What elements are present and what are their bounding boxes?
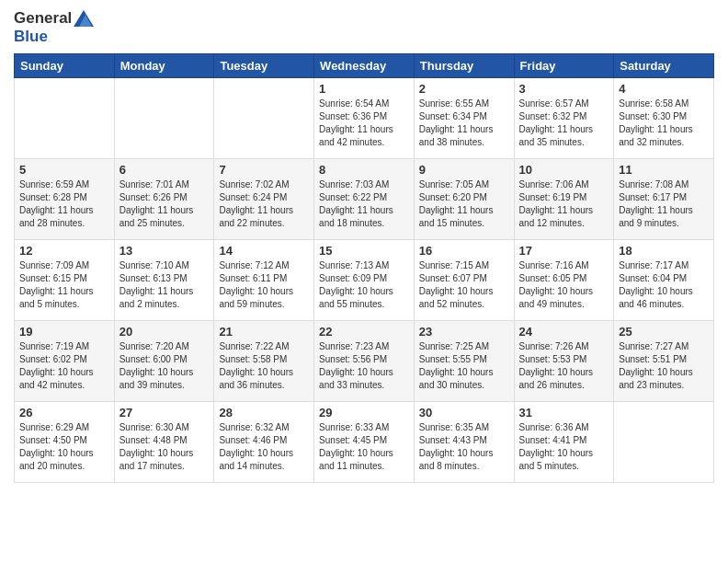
calendar-cell: 28Sunrise: 6:32 AM Sunset: 4:46 PM Dayli…: [214, 402, 314, 483]
calendar-cell: 30Sunrise: 6:35 AM Sunset: 4:43 PM Dayli…: [414, 402, 514, 483]
logo: General Blue: [14, 9, 94, 46]
day-info: Sunrise: 7:16 AM Sunset: 6:05 PM Dayligh…: [519, 259, 609, 311]
day-number: 28: [219, 406, 309, 419]
logo-icon: [74, 10, 94, 27]
day-number: 8: [319, 163, 409, 177]
day-info: Sunrise: 7:23 AM Sunset: 5:56 PM Dayligh…: [319, 340, 409, 392]
day-number: 10: [519, 163, 609, 177]
week-row-2: 12Sunrise: 7:09 AM Sunset: 6:15 PM Dayli…: [15, 240, 714, 321]
day-number: 30: [419, 406, 509, 419]
day-info: Sunrise: 6:36 AM Sunset: 4:41 PM Dayligh…: [519, 421, 609, 473]
day-number: 9: [419, 163, 509, 177]
calendar-cell: [214, 78, 314, 159]
week-row-1: 5Sunrise: 6:59 AM Sunset: 6:28 PM Daylig…: [15, 159, 714, 240]
day-number: 6: [119, 163, 210, 177]
calendar-cell: 6Sunrise: 7:01 AM Sunset: 6:26 PM Daylig…: [114, 159, 214, 240]
day-number: 15: [319, 244, 409, 258]
day-number: 7: [219, 163, 309, 177]
day-info: Sunrise: 6:55 AM Sunset: 6:34 PM Dayligh…: [419, 98, 509, 149]
calendar-cell: 26Sunrise: 6:29 AM Sunset: 4:50 PM Dayli…: [15, 402, 115, 483]
day-number: 23: [419, 325, 509, 339]
day-info: Sunrise: 7:12 AM Sunset: 6:11 PM Dayligh…: [219, 259, 309, 311]
day-info: Sunrise: 6:57 AM Sunset: 6:32 PM Dayligh…: [519, 98, 609, 149]
day-info: Sunrise: 7:01 AM Sunset: 6:26 PM Dayligh…: [119, 178, 210, 230]
day-info: Sunrise: 6:58 AM Sunset: 6:30 PM Dayligh…: [619, 98, 709, 149]
day-info: Sunrise: 7:02 AM Sunset: 6:24 PM Dayligh…: [219, 178, 309, 230]
header: General Blue: [14, 9, 714, 46]
weekday-header-wednesday: Wednesday: [314, 54, 415, 78]
calendar-cell: 10Sunrise: 7:06 AM Sunset: 6:19 PM Dayli…: [514, 159, 614, 240]
day-info: Sunrise: 7:26 AM Sunset: 5:53 PM Dayligh…: [519, 340, 609, 392]
calendar-cell: 15Sunrise: 7:13 AM Sunset: 6:09 PM Dayli…: [314, 240, 415, 321]
calendar-cell: 31Sunrise: 6:36 AM Sunset: 4:41 PM Dayli…: [514, 402, 614, 483]
calendar-cell: 25Sunrise: 7:27 AM Sunset: 5:51 PM Dayli…: [614, 321, 714, 402]
day-info: Sunrise: 7:13 AM Sunset: 6:09 PM Dayligh…: [319, 259, 409, 311]
day-number: 31: [519, 406, 609, 419]
weekday-header-friday: Friday: [514, 54, 614, 78]
calendar-cell: 5Sunrise: 6:59 AM Sunset: 6:28 PM Daylig…: [15, 159, 115, 240]
day-info: Sunrise: 6:54 AM Sunset: 6:36 PM Dayligh…: [319, 98, 409, 149]
calendar-cell: 2Sunrise: 6:55 AM Sunset: 6:34 PM Daylig…: [414, 78, 514, 159]
calendar-cell: 24Sunrise: 7:26 AM Sunset: 5:53 PM Dayli…: [514, 321, 614, 402]
calendar-cell: [114, 78, 214, 159]
day-info: Sunrise: 7:08 AM Sunset: 6:17 PM Dayligh…: [619, 178, 709, 230]
day-number: 18: [619, 244, 709, 258]
weekday-header-thursday: Thursday: [414, 54, 514, 78]
day-number: 3: [519, 82, 609, 96]
day-info: Sunrise: 7:06 AM Sunset: 6:19 PM Dayligh…: [519, 178, 609, 230]
day-info: Sunrise: 7:19 AM Sunset: 6:02 PM Dayligh…: [19, 340, 109, 392]
day-number: 4: [619, 82, 709, 96]
day-number: 16: [419, 244, 509, 258]
day-number: 17: [519, 244, 609, 258]
calendar-cell: 27Sunrise: 6:30 AM Sunset: 4:48 PM Dayli…: [114, 402, 214, 483]
day-info: Sunrise: 6:59 AM Sunset: 6:28 PM Dayligh…: [19, 178, 109, 230]
week-row-3: 19Sunrise: 7:19 AM Sunset: 6:02 PM Dayli…: [15, 321, 714, 402]
calendar-cell: 17Sunrise: 7:16 AM Sunset: 6:05 PM Dayli…: [514, 240, 614, 321]
calendar-cell: 8Sunrise: 7:03 AM Sunset: 6:22 PM Daylig…: [314, 159, 415, 240]
calendar-cell: 29Sunrise: 6:33 AM Sunset: 4:45 PM Dayli…: [314, 402, 415, 483]
weekday-header-monday: Monday: [114, 54, 214, 78]
day-number: 1: [319, 82, 409, 96]
day-number: 22: [319, 325, 409, 339]
day-number: 14: [219, 244, 309, 258]
day-info: Sunrise: 7:10 AM Sunset: 6:13 PM Dayligh…: [119, 259, 210, 311]
calendar-cell: 12Sunrise: 7:09 AM Sunset: 6:15 PM Dayli…: [15, 240, 115, 321]
day-info: Sunrise: 6:29 AM Sunset: 4:50 PM Dayligh…: [19, 421, 109, 473]
day-number: 11: [619, 163, 709, 177]
day-info: Sunrise: 7:17 AM Sunset: 6:04 PM Dayligh…: [619, 259, 709, 311]
calendar-cell: [614, 402, 714, 483]
calendar-cell: 14Sunrise: 7:12 AM Sunset: 6:11 PM Dayli…: [214, 240, 314, 321]
week-row-0: 1Sunrise: 6:54 AM Sunset: 6:36 PM Daylig…: [15, 78, 714, 159]
day-number: 25: [619, 325, 709, 339]
weekday-header-sunday: Sunday: [15, 54, 115, 78]
day-number: 24: [519, 325, 609, 339]
calendar: SundayMondayTuesdayWednesdayThursdayFrid…: [14, 53, 714, 483]
logo-general: General: [14, 9, 72, 28]
weekday-header-saturday: Saturday: [614, 54, 714, 78]
day-number: 2: [419, 82, 509, 96]
weekday-header-tuesday: Tuesday: [214, 54, 314, 78]
calendar-cell: 21Sunrise: 7:22 AM Sunset: 5:58 PM Dayli…: [214, 321, 314, 402]
calendar-cell: [15, 78, 115, 159]
day-number: 19: [19, 325, 109, 339]
calendar-cell: 7Sunrise: 7:02 AM Sunset: 6:24 PM Daylig…: [214, 159, 314, 240]
day-info: Sunrise: 6:32 AM Sunset: 4:46 PM Dayligh…: [219, 421, 309, 473]
calendar-cell: 20Sunrise: 7:20 AM Sunset: 6:00 PM Dayli…: [114, 321, 214, 402]
logo-blue: Blue: [14, 28, 94, 46]
calendar-cell: 1Sunrise: 6:54 AM Sunset: 6:36 PM Daylig…: [314, 78, 415, 159]
week-row-4: 26Sunrise: 6:29 AM Sunset: 4:50 PM Dayli…: [15, 402, 714, 483]
calendar-cell: 9Sunrise: 7:05 AM Sunset: 6:20 PM Daylig…: [414, 159, 514, 240]
day-info: Sunrise: 6:30 AM Sunset: 4:48 PM Dayligh…: [119, 421, 210, 473]
day-info: Sunrise: 7:20 AM Sunset: 6:00 PM Dayligh…: [119, 340, 210, 392]
day-info: Sunrise: 6:33 AM Sunset: 4:45 PM Dayligh…: [319, 421, 409, 473]
day-info: Sunrise: 6:35 AM Sunset: 4:43 PM Dayligh…: [419, 421, 509, 473]
calendar-cell: 11Sunrise: 7:08 AM Sunset: 6:17 PM Dayli…: [614, 159, 714, 240]
day-info: Sunrise: 7:09 AM Sunset: 6:15 PM Dayligh…: [19, 259, 109, 311]
day-number: 20: [119, 325, 210, 339]
day-number: 29: [319, 406, 409, 419]
calendar-cell: 18Sunrise: 7:17 AM Sunset: 6:04 PM Dayli…: [614, 240, 714, 321]
day-number: 21: [219, 325, 309, 339]
day-number: 12: [19, 244, 109, 258]
day-number: 26: [19, 406, 109, 419]
day-number: 13: [119, 244, 210, 258]
